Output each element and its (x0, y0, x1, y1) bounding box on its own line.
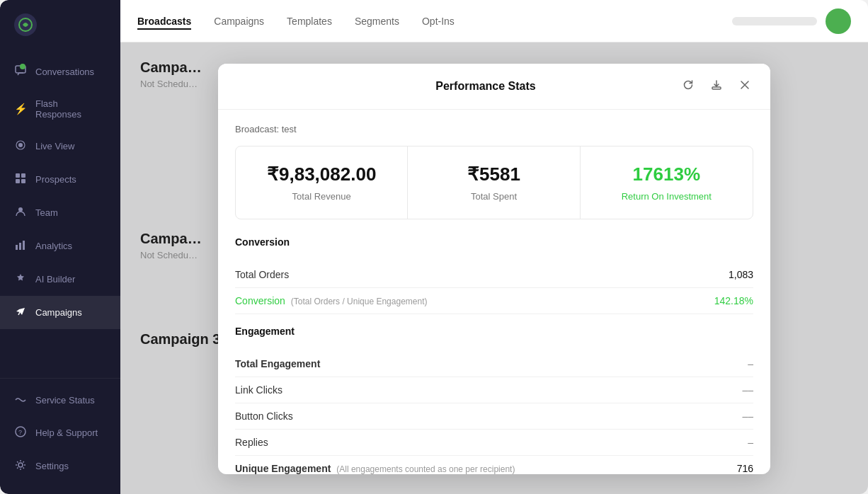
button-clicks-label: Button Clicks (235, 410, 293, 422)
sidebar-item-team[interactable]: Team (0, 196, 120, 229)
unique-engagement-label: Unique Engagement (All engagements count… (235, 463, 515, 474)
tab-broadcasts[interactable]: Broadcasts (137, 13, 191, 30)
total-orders-label: Total Orders (235, 269, 289, 280)
modal-actions (680, 76, 753, 96)
stats-cards: ₹9,83,082.00 Total Revenue ₹5581 Total S… (235, 146, 753, 219)
sidebar-item-label: Conversations (35, 67, 94, 77)
stat-card-revenue: ₹9,83,082.00 Total Revenue (236, 147, 408, 219)
modal-title: Performance Stats (292, 80, 680, 93)
link-clicks-row: Link Clicks –– (235, 377, 753, 403)
sidebar: Conversations ⚡ Flash Responses Live Vie… (0, 0, 120, 494)
help-icon: ? (14, 426, 27, 440)
sidebar-item-label: Settings (35, 461, 69, 471)
svg-rect-10 (19, 243, 21, 250)
total-engagement-value: – (748, 358, 753, 369)
sidebar-logo (0, 0, 120, 50)
close-button[interactable] (736, 76, 753, 96)
svg-rect-9 (16, 245, 18, 250)
sidebar-item-flash-responses[interactable]: ⚡ Flash Responses (0, 88, 120, 130)
prospects-icon (14, 173, 27, 186)
sidebar-item-label: Flash Responses (35, 98, 106, 120)
conversations-badge (20, 64, 25, 69)
flash-icon: ⚡ (14, 103, 27, 115)
total-revenue-label: Total Revenue (250, 191, 393, 202)
svg-point-14 (18, 463, 23, 467)
svg-text:?: ? (18, 429, 22, 436)
sidebar-bottom: Service Status ? Help & Support Settings (0, 378, 120, 494)
total-engagement-label: Total Engagement (235, 358, 320, 369)
total-orders-row: Total Orders 1,083 (235, 262, 753, 288)
sidebar-item-campaigns[interactable]: Campaigns (0, 296, 120, 329)
sidebar-item-label: Campaigns (35, 307, 82, 318)
download-button[interactable] (708, 76, 725, 96)
sidebar-item-label: Analytics (35, 241, 72, 251)
sidebar-item-analytics[interactable]: Analytics (0, 229, 120, 263)
stat-card-roi: 17613% Return On Investment (581, 147, 753, 219)
svg-rect-5 (21, 173, 25, 178)
svg-rect-11 (23, 241, 25, 250)
modal-header: Performance Stats (218, 64, 770, 110)
live-view-icon (14, 139, 27, 153)
sidebar-item-service-status[interactable]: Service Status (0, 384, 120, 416)
sidebar-item-conversations[interactable]: Conversations (0, 55, 120, 88)
total-revenue-value: ₹9,83,082.00 (250, 163, 393, 185)
main-content: Broadcasts Campaigns Templates Segments … (120, 0, 868, 494)
refresh-button[interactable] (680, 76, 697, 96)
total-orders-value: 1,083 (729, 269, 753, 280)
tab-segments[interactable]: Segments (355, 13, 399, 30)
sidebar-item-live-view[interactable]: Live View (0, 130, 120, 163)
conversion-label: Conversion (Total Orders / Unique Engage… (235, 295, 427, 306)
sidebar-nav: Conversations ⚡ Flash Responses Live Vie… (0, 50, 120, 378)
logo-icon[interactable] (14, 13, 37, 36)
search-bar-placeholder (732, 17, 817, 25)
unique-engagement-value: 716 (737, 463, 753, 474)
sidebar-item-label: Prospects (35, 174, 76, 185)
user-avatar[interactable] (826, 8, 851, 34)
svg-rect-7 (21, 179, 25, 183)
sidebar-item-settings[interactable]: Settings (0, 449, 120, 483)
replies-row: Replies – (235, 430, 753, 456)
broadcast-label: Broadcast: test (235, 124, 753, 134)
tab-campaigns[interactable]: Campaigns (214, 13, 264, 30)
roi-value: 17613% (595, 163, 738, 185)
total-spent-label: Total Spent (422, 191, 565, 202)
sidebar-item-label: AI Builder (35, 274, 75, 285)
unique-engagement-row: Unique Engagement (All engagements count… (235, 456, 753, 474)
service-status-icon (14, 394, 27, 406)
sidebar-item-label: Service Status (35, 395, 95, 406)
replies-value: – (748, 437, 753, 448)
svg-point-8 (18, 207, 23, 212)
roi-label: Return On Investment (595, 191, 738, 202)
modal-body: Broadcast: test ₹9,83,082.00 Total Reven… (218, 110, 770, 474)
settings-icon (14, 459, 27, 473)
sidebar-item-prospects[interactable]: Prospects (0, 163, 120, 196)
total-spent-value: ₹5581 (422, 163, 565, 185)
conversion-section-title: Conversion (235, 236, 753, 253)
tab-templates[interactable]: Templates (287, 13, 332, 30)
sidebar-item-ai-builder[interactable]: AI Builder (0, 263, 120, 296)
modal-overlay[interactable]: Performance Stats Broadcas (120, 42, 868, 494)
svg-rect-15 (712, 87, 721, 89)
button-clicks-row: Button Clicks –– (235, 403, 753, 430)
campaigns-icon (14, 306, 27, 319)
analytics-icon (14, 239, 27, 253)
link-clicks-label: Link Clicks (235, 384, 282, 396)
stat-card-spent: ₹5581 Total Spent (408, 147, 580, 219)
performance-stats-modal: Performance Stats Broadcas (218, 64, 770, 474)
svg-point-2 (18, 143, 23, 147)
link-clicks-value: –– (742, 384, 753, 396)
sidebar-item-label: Help & Support (35, 427, 98, 438)
total-engagement-row: Total Engagement – (235, 351, 753, 377)
sidebar-item-help-support[interactable]: ? Help & Support (0, 416, 120, 449)
team-icon (14, 206, 27, 219)
engagement-section-title: Engagement (235, 326, 753, 343)
svg-rect-6 (16, 179, 20, 183)
ai-builder-icon (14, 272, 27, 286)
conversion-value: 142.18% (714, 295, 753, 306)
content-area: Campa… Not Schedu… Campa… Not Schedu… Ca… (120, 42, 868, 494)
replies-label: Replies (235, 437, 268, 448)
top-navigation: Broadcasts Campaigns Templates Segments … (120, 0, 868, 42)
top-nav-right (732, 8, 851, 34)
tab-opt-ins[interactable]: Opt-Ins (422, 13, 455, 30)
conversion-row: Conversion (Total Orders / Unique Engage… (235, 288, 753, 314)
